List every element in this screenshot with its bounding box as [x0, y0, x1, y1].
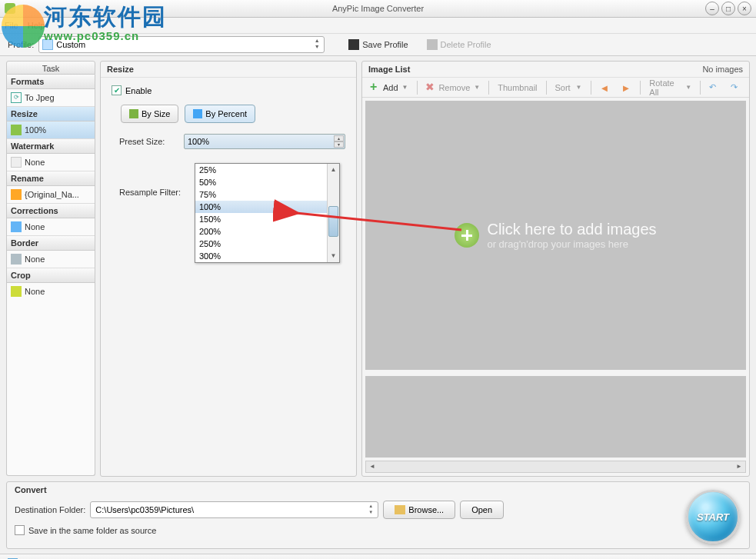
image-preview-strip: [365, 373, 746, 458]
prev-button[interactable]: ◄: [594, 79, 614, 96]
add-circle-icon: [455, 223, 479, 248]
sort-button[interactable]: Sort▼: [550, 79, 586, 96]
title-bar: AnyPic Image Converter – □ ×: [0, 0, 756, 18]
image-drop-area[interactable]: Click here to add images or drag'n'drop …: [365, 101, 746, 370]
undo-icon: ↶: [709, 82, 720, 93]
task-item-border[interactable]: None: [7, 251, 95, 268]
remove-button[interactable]: ✖Remove▼: [421, 79, 485, 96]
resize-icon: [11, 125, 22, 135]
remove-icon: ✖: [425, 82, 436, 93]
image-list-toolbar: +Add▼ ✖Remove▼ Thumbnail Sort▼ ◄ ► Rotat…: [362, 78, 749, 98]
save-icon: [348, 39, 359, 50]
image-list-panel: Image List No images +Add▼ ✖Remove▼ Thum…: [361, 61, 750, 477]
dropdown-option[interactable]: 75%: [195, 188, 327, 201]
redo-icon: ↷: [731, 82, 741, 93]
task-section-formats[interactable]: Formats: [7, 75, 95, 89]
app-title: AnyPic Image Converter: [332, 4, 424, 13]
preset-size-dropdown[interactable]: 25%50%75%100%150%200%250%300% ▲ ▼: [195, 163, 340, 263]
same-folder-checkbox[interactable]: Save in the same folder as source: [15, 525, 741, 535]
task-item-watermark[interactable]: None: [7, 154, 95, 171]
check-icon: ✔: [112, 85, 122, 95]
drop-hint-1: Click here to add images: [487, 221, 656, 238]
image-list-status: No images: [702, 65, 743, 74]
border-icon: [11, 254, 22, 265]
rename-icon: [11, 189, 22, 200]
profile-icon: [42, 39, 53, 50]
by-size-icon: [129, 109, 138, 118]
dropdown-option[interactable]: 200%: [195, 225, 327, 238]
by-percent-button[interactable]: By Percent: [185, 105, 255, 123]
app-icon: [5, 3, 15, 14]
open-button[interactable]: Open: [460, 501, 504, 519]
corrections-icon: [11, 221, 22, 232]
undo-button[interactable]: ↶: [704, 79, 724, 96]
task-item-to-jpeg[interactable]: ⟳To Jpeg: [7, 89, 95, 106]
dest-folder-input[interactable]: C:\Users\pc0359\Pictures\ ▲▼: [90, 501, 378, 518]
task-section-border[interactable]: Border: [7, 235, 95, 251]
profile-select[interactable]: Custom ▲▼: [38, 36, 325, 53]
watermark-icon: [11, 157, 22, 168]
thumbnail-button[interactable]: Thumbnail: [493, 79, 541, 96]
by-percent-icon: [193, 109, 202, 118]
image-list-title: Image List: [368, 65, 410, 74]
dropdown-option[interactable]: 50%: [195, 176, 327, 188]
task-section-corrections[interactable]: Corrections: [7, 203, 95, 218]
crop-icon: [11, 286, 22, 297]
task-section-watermark[interactable]: Watermark: [7, 138, 95, 154]
task-item-rename[interactable]: {Original_Na...: [7, 186, 95, 203]
maximize-button[interactable]: □: [721, 2, 735, 15]
dropdown-option[interactable]: 25%: [195, 164, 327, 176]
menu-file[interactable]: File: [5, 21, 18, 30]
task-item-crop[interactable]: None: [7, 283, 95, 300]
convert-panel: Convert Destination Folder: C:\Users\pc0…: [6, 481, 750, 549]
folder-icon: [395, 505, 405, 514]
dest-folder-label: Destination Folder:: [15, 505, 85, 514]
plus-icon: +: [370, 82, 381, 93]
dropdown-scrollbar[interactable]: ▲ ▼: [327, 164, 339, 262]
jpeg-icon: ⟳: [11, 92, 22, 103]
task-section-resize[interactable]: Resize: [7, 106, 95, 121]
task-sidebar: Task Formats ⟳To Jpeg Resize 100% Waterm…: [6, 61, 95, 477]
preset-size-label: Preset Size:: [112, 137, 184, 146]
preset-size-combo[interactable]: 100% ▴▾: [184, 134, 345, 149]
arrow-left-icon: ◄: [599, 82, 610, 93]
next-button[interactable]: ►: [616, 79, 636, 96]
rotate-all-button[interactable]: Rotate All▼: [644, 79, 696, 96]
horizontal-scrollbar[interactable]: ◄►: [365, 461, 746, 473]
minimize-button[interactable]: –: [705, 2, 719, 15]
dropdown-option[interactable]: 100%: [195, 201, 327, 213]
menu-help[interactable]: Help: [28, 21, 45, 30]
browse-button[interactable]: Browse...: [383, 501, 455, 519]
resample-filter-label: Resample Filter:: [112, 188, 184, 197]
save-profile-button[interactable]: Save Profile: [341, 36, 415, 53]
start-button[interactable]: START: [686, 490, 740, 544]
arrow-right-icon: ►: [621, 82, 631, 93]
drop-hint-2: or drag'n'drop your images here: [487, 238, 656, 250]
dropdown-option[interactable]: 250%: [195, 238, 327, 250]
close-button[interactable]: ×: [738, 2, 751, 15]
resize-panel: Resize ✔ Enable By Size By Percent Prese…: [100, 61, 357, 477]
task-header: Task: [6, 61, 95, 75]
by-size-button[interactable]: By Size: [121, 105, 178, 123]
profile-label: Profile:: [8, 40, 34, 49]
delete-icon: [427, 39, 438, 50]
menu-bar: File Help: [0, 18, 756, 33]
status-bar: Submit Feedback Home Page: [0, 554, 756, 559]
enable-checkbox[interactable]: ✔ Enable: [112, 85, 345, 95]
task-item-corrections[interactable]: None: [7, 218, 95, 235]
task-section-rename[interactable]: Rename: [7, 171, 95, 186]
profile-bar: Profile: Custom ▲▼ Save Profile Delete P…: [0, 33, 756, 56]
add-button[interactable]: +Add▼: [365, 79, 413, 96]
resize-title: Resize: [101, 62, 356, 78]
dropdown-option[interactable]: 300%: [195, 250, 327, 262]
task-section-crop[interactable]: Crop: [7, 268, 95, 283]
delete-profile-button[interactable]: Delete Profile: [420, 36, 498, 53]
profile-value: Custom: [56, 40, 85, 49]
dropdown-option[interactable]: 150%: [195, 213, 327, 225]
redo-button[interactable]: ↷: [726, 79, 746, 96]
task-item-resize[interactable]: 100%: [7, 121, 95, 138]
convert-title: Convert: [15, 485, 741, 494]
